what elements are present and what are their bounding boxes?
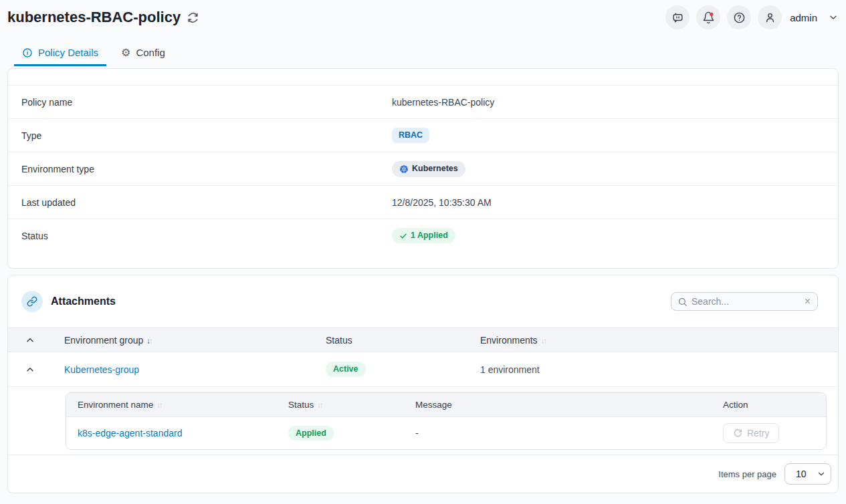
items-per-page-label: Items per page	[718, 469, 776, 479]
status-badge-label: 1 Applied	[411, 231, 448, 240]
gear-icon: ⚙	[121, 47, 130, 58]
page-title: kubernetes-RBAC-policy	[7, 9, 199, 26]
detail-label: Status	[21, 231, 392, 241]
column-header-label: Message	[415, 400, 452, 410]
column-header-label: Environments	[480, 335, 538, 346]
tab-policy-details[interactable]: Policy Details	[14, 41, 106, 66]
sort-icon: ↓↑	[541, 337, 546, 345]
column-header-label: Action	[723, 400, 748, 410]
chevron-down-icon	[828, 12, 839, 23]
environments-count: 1 environment	[480, 364, 838, 375]
detail-row-last-updated: Last updated 12/8/2025, 10:35:30 AM	[8, 185, 838, 219]
column-header-label: Status	[288, 400, 314, 410]
attachments-title-wrap: Attachments	[21, 291, 116, 312]
retry-refresh-icon	[733, 428, 742, 438]
attachments-header: Attachments ×	[8, 275, 838, 328]
column-header-label: Environment name	[78, 400, 153, 410]
collapse-all-button[interactable]	[23, 334, 37, 347]
policy-name-value: kubernetes-RBAC-policy	[392, 97, 494, 108]
page-title-text: kubernetes-RBAC-policy	[7, 9, 181, 26]
environment-type-badge: Kubernetes	[392, 161, 465, 177]
detail-row-status: Status 1 Applied	[8, 219, 838, 252]
page: kubernetes-RBAC-policy	[0, 0, 846, 493]
sort-asc-icon: ↑	[543, 337, 546, 345]
items-per-page-select-wrap: 10	[784, 463, 831, 485]
help-icon	[733, 11, 746, 24]
last-updated-value: 12/8/2025, 10:35:30 AM	[392, 197, 492, 208]
pagination-footer: Items per page 10	[8, 455, 838, 493]
column-header-status: Status	[326, 335, 480, 346]
user-icon	[764, 11, 776, 24]
column-header-environments[interactable]: Environments↓↑	[480, 335, 838, 346]
sort-asc-icon: ↑	[320, 401, 322, 409]
search-icon	[677, 297, 688, 307]
detail-label: Environment type	[21, 164, 392, 174]
tab-policy-details-label: Policy Details	[38, 47, 98, 58]
column-header-environment-group[interactable]: Environment group↓↑	[64, 335, 326, 346]
top-header: kubernetes-RBAC-policy	[7, 0, 839, 35]
sort-asc-icon: ↑	[149, 337, 152, 345]
user-name: admin	[790, 12, 817, 23]
link-icon	[21, 291, 43, 312]
retry-button-label: Retry	[747, 428, 769, 438]
chevron-up-icon	[25, 364, 35, 375]
chatbot-icon	[671, 11, 684, 24]
detail-label: Policy name	[21, 97, 392, 108]
environment-group-link[interactable]: Kubernetes-group	[64, 364, 139, 375]
collapse-row-button[interactable]	[23, 363, 37, 376]
environment-name-link[interactable]: k8s-edge-agent-standard	[78, 428, 182, 438]
sort-asc-icon: ↑	[159, 401, 162, 409]
group-table-row: Kubernetes-group Active 1 environment	[8, 352, 838, 387]
items-per-page-select[interactable]: 10	[784, 463, 831, 485]
notifications-button[interactable]	[696, 5, 720, 29]
column-header-action: Action	[723, 400, 826, 410]
tab-config[interactable]: ⚙ Config	[113, 41, 173, 66]
notification-dot	[710, 12, 713, 15]
environment-row: k8s-edge-agent-standard Applied -	[66, 417, 826, 449]
check-icon	[399, 232, 407, 240]
policy-details-card: Policy name kubernetes-RBAC-policy Type …	[7, 68, 839, 269]
tab-bar: Policy Details ⚙ Config	[7, 41, 839, 66]
environments-table: Environment name↓↑ Status↓↑ Message Acti…	[66, 392, 827, 450]
user-menu-button[interactable]	[758, 5, 782, 29]
sort-icon: ↓↑	[146, 337, 152, 345]
assistant-button[interactable]	[665, 5, 690, 29]
retry-button[interactable]: Retry	[723, 423, 779, 443]
search-box: ×	[671, 292, 818, 311]
column-header-status[interactable]: Status↓↑	[288, 400, 415, 410]
column-header-label: Status	[326, 335, 352, 346]
column-header-environment-name[interactable]: Environment name↓↑	[66, 400, 288, 410]
attachments-card: Attachments ×	[7, 275, 839, 493]
environments-table-header: Environment name↓↑ Status↓↑ Message Acti…	[66, 393, 826, 417]
sort-icon: ↓↑	[156, 401, 162, 409]
group-table-header: Environment group↓↑ Status Environments↓…	[8, 328, 838, 352]
bell-icon	[702, 11, 715, 24]
search-clear-button[interactable]: ×	[803, 296, 812, 307]
attachments-title: Attachments	[51, 295, 116, 307]
detail-row-type: Type RBAC	[8, 118, 838, 152]
detail-label: Type	[21, 130, 392, 141]
type-badge: RBAC	[392, 128, 429, 143]
environment-status-badge: Applied	[288, 426, 334, 441]
environment-type-label: Kubernetes	[412, 164, 458, 173]
tab-config-label: Config	[136, 47, 165, 58]
user-menu-caret[interactable]	[828, 12, 839, 23]
column-header-message: Message	[415, 400, 723, 410]
status-badge: 1 Applied	[392, 228, 455, 243]
detail-row-environment-type: Environment type	[8, 152, 838, 185]
refresh-icon	[187, 12, 199, 23]
close-icon: ×	[805, 295, 811, 307]
help-button[interactable]	[727, 5, 751, 29]
group-status-badge: Active	[326, 362, 366, 377]
detail-row-policy-name: Policy name kubernetes-RBAC-policy	[8, 85, 838, 118]
column-header-label: Environment group	[64, 335, 143, 346]
environment-message: -	[415, 428, 723, 438]
header-actions: admin	[665, 5, 839, 29]
kubernetes-icon	[399, 164, 409, 174]
refresh-button[interactable]	[187, 12, 199, 23]
info-icon	[22, 47, 33, 58]
sort-icon: ↓↑	[317, 401, 322, 409]
detail-label: Last updated	[21, 197, 392, 208]
search-input[interactable]	[692, 296, 799, 307]
chevron-up-icon	[25, 335, 35, 346]
